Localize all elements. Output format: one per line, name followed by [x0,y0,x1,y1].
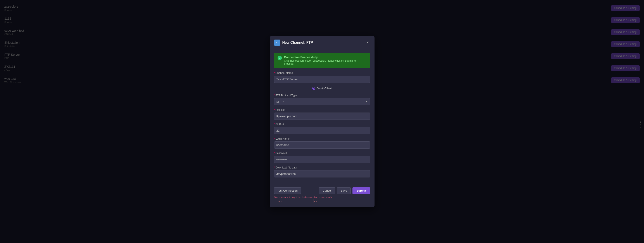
success-check-icon [278,56,282,60]
oauth-radio-button[interactable] [312,87,315,90]
annotation-row: 1 2 [274,199,370,204]
success-description: Channel test connection successful. Plea… [284,59,367,65]
modal-footer: Test Connection Cancel Save Submit You c… [270,184,374,207]
login-name-field: *Login Name [274,137,370,149]
ftp-protocol-label: *FTP Protocol Type [274,94,370,97]
modal-header: New Channel: FTP × [270,36,374,49]
modal-close-button[interactable]: × [365,40,370,45]
annotation-1: 1 [278,199,282,204]
channel-name-field: *Channel Name [274,72,370,83]
modal-body: Connection Successfully Channel test con… [270,49,374,184]
oauth-client-label: OauthClient [317,87,332,90]
hint-text: You can submit only if the test connecti… [274,196,370,198]
required-marker: * [274,152,275,155]
required-marker: * [274,94,275,97]
svg-rect-2 [276,43,277,43]
success-banner: Connection Successfully Channel test con… [274,53,370,68]
download-path-label: *Download file path [274,166,370,169]
radio-dot-inner [313,88,314,89]
test-connection-button[interactable]: Test Connection [274,187,301,194]
ftp-port-input[interactable] [274,127,370,134]
channel-name-label: *Channel Name [274,72,370,75]
footer-actions: Test Connection Cancel Save Submit [274,187,370,194]
ftp-host-field: *FtpHost [274,108,370,120]
ftp-port-field: *FtpPort [274,123,370,134]
success-title: Connection Successfully [284,56,367,59]
login-name-input[interactable] [274,141,370,149]
oauth-client-row[interactable]: OauthClient [274,86,370,91]
login-name-label: *Login Name [274,137,370,140]
required-marker: * [274,166,275,169]
ftp-host-input[interactable] [274,113,370,120]
annotation-2: 2 [312,199,317,204]
channel-name-input[interactable] [274,76,370,83]
ftp-port-label: *FtpPort [274,123,370,126]
right-buttons: Cancel Save Submit [319,187,370,194]
new-channel-modal: New Channel: FTP × Connection Successful… [270,36,374,207]
modal-title-area: New Channel: FTP [274,40,313,46]
password-input[interactable] [274,156,370,163]
ftp-protocol-field: *FTP Protocol Type FTP SFTP FTPS ▼ [274,94,370,105]
password-field: *Password [274,152,370,163]
submit-button[interactable]: Submit [352,187,370,194]
svg-rect-1 [276,42,277,43]
required-marker: * [274,72,275,75]
modal-overlay: New Channel: FTP × Connection Successful… [0,0,644,243]
success-text: Connection Successfully Channel test con… [284,56,367,65]
password-label: *Password [274,152,370,155]
required-marker: * [274,123,275,126]
required-marker: * [274,108,275,111]
ftp-host-label: *FtpHost [274,108,370,111]
ftp-icon [274,40,280,46]
save-button[interactable]: Save [337,187,351,194]
ftp-protocol-select[interactable]: FTP SFTP FTPS [274,98,370,105]
required-marker: * [274,137,275,140]
ftp-protocol-select-wrapper: FTP SFTP FTPS ▼ [274,98,370,105]
download-path-input[interactable] [274,170,370,177]
cancel-button[interactable]: Cancel [319,187,335,194]
download-path-field: *Download file path [274,166,370,177]
modal-title: New Channel: FTP [282,41,313,45]
svg-rect-0 [276,42,279,44]
